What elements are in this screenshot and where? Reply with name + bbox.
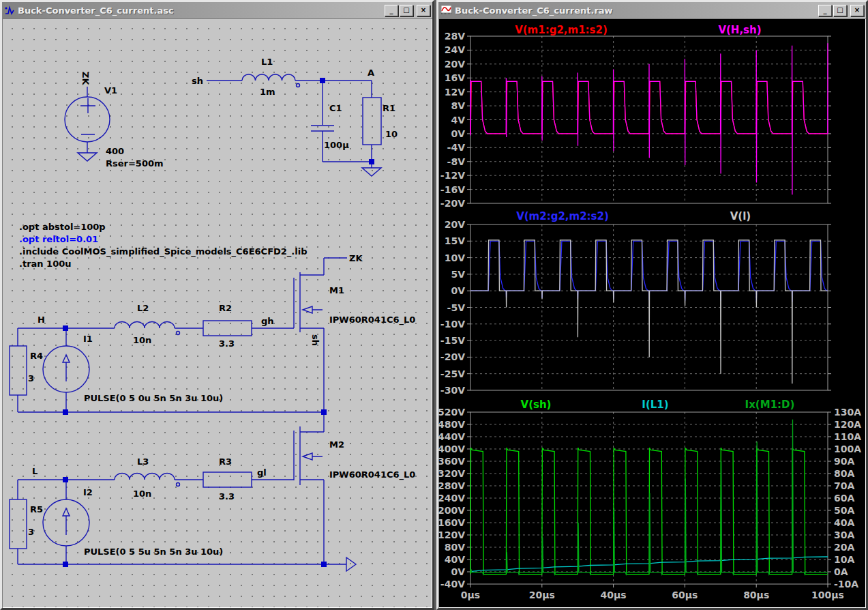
spice-directive[interactable]: .tran 100u — [19, 259, 72, 269]
y-right-tick-label: 90A — [834, 456, 854, 467]
legend-V(l)[interactable]: V(l) — [730, 210, 751, 222]
lower-driver-loop[interactable]: L R5 3 I2 PULSE(0 5 5u 5n 5n 3u 10u) L3 … — [10, 456, 356, 571]
component-label: I1 — [83, 334, 93, 344]
waveform-plots[interactable]: 28V24V20V16V12V8V4V0V-4V-8V-12V-16V-20VV… — [438, 18, 866, 608]
resistor-symbol-r4[interactable] — [10, 346, 27, 395]
component-model: IPW60R041C6_L0 — [329, 469, 415, 480]
component-value: PULSE(0 5 5u 5n 5n 3u 10u) — [84, 547, 223, 557]
component-m2[interactable]: M2 IPW60R041C6_L0 gl — [252, 426, 415, 564]
y-tick-label: 8V — [451, 100, 465, 111]
y-tick-label: 440V — [438, 431, 465, 442]
component-model: IPW60R041C6_L0 — [329, 315, 415, 325]
component-value: 100µ — [324, 140, 349, 150]
legend-V(m2:g2,m2:s2)[interactable]: V(m2:g2,m2:s2) — [516, 210, 609, 222]
y-tick-label: -15V — [440, 335, 465, 346]
net-label-gl: gl — [257, 467, 267, 478]
resistor-symbol[interactable] — [363, 98, 381, 145]
component-m1[interactable]: ZK M1 IPW60R041C6_L0 sh — [294, 253, 415, 432]
wire[interactable] — [252, 480, 324, 564]
component-label: M2 — [329, 439, 344, 450]
minimize-button[interactable]: _ — [818, 5, 832, 16]
inductor-symbol-l2[interactable] — [115, 322, 175, 329]
legend-I(L1)[interactable]: I(L1) — [642, 398, 668, 411]
upper-driver-loop[interactable]: H R4 3 I1 PULSE(0 5 0u 5n 5n 3u 10u) L2 … — [10, 303, 324, 412]
y-tick-label: 40V — [445, 554, 465, 565]
component-label: L3 — [137, 456, 149, 467]
maximize-button[interactable]: □ — [833, 5, 847, 16]
nmos-symbol[interactable] — [294, 426, 324, 485]
resistor-symbol-r2[interactable] — [203, 321, 252, 336]
waveform-titlebar[interactable]: Buck-Converter_C6_current.raw _ □ × — [438, 2, 866, 18]
resistor-symbol-r3[interactable] — [203, 472, 252, 487]
close-button[interactable]: × — [850, 5, 864, 16]
ground-arrow-icon[interactable] — [346, 557, 356, 571]
net-label-gh: gh — [261, 316, 274, 326]
y-tick-label: 480V — [438, 419, 465, 430]
plot-pane-middle[interactable]: 20V15V10V5V0V-5V-10V-15V-20V-25V-30VV(m2… — [440, 210, 831, 396]
close-button[interactable]: × — [417, 5, 430, 16]
spice-directives[interactable]: .opt abstol=100p .opt reltol=0.01 .inclu… — [19, 222, 308, 269]
component-label: R2 — [219, 303, 232, 313]
y-tick-label: -16V — [440, 184, 465, 195]
component-label: R4 — [30, 351, 43, 361]
net-label-h: H — [38, 315, 45, 325]
ground-icon[interactable] — [78, 153, 97, 161]
plus-minus-icon — [80, 98, 95, 134]
y-tick-label: -4V — [447, 142, 466, 153]
legend-Ix(M1:D)[interactable]: Ix(M1:D) — [745, 398, 795, 411]
nmos-symbol[interactable] — [294, 272, 324, 332]
current-arrow-icon — [63, 508, 70, 535]
y-tick-label: 80V — [445, 542, 465, 553]
legend-V(H,sh)[interactable]: V(H,sh) — [718, 24, 761, 36]
y-right-tick-label: 110A — [834, 431, 861, 442]
component-label: M1 — [329, 285, 344, 295]
component-v1[interactable]: ZK V1 400 Rser=500m — [65, 72, 164, 169]
component-value: 400 — [106, 146, 124, 156]
y-tick-label: 280V — [438, 480, 465, 491]
wire[interactable] — [324, 258, 347, 432]
component-value: 3.3 — [219, 491, 235, 502]
voltage-source-symbol[interactable] — [65, 97, 110, 142]
resistor-symbol-r5[interactable] — [10, 499, 27, 549]
component-label: L1 — [261, 57, 273, 67]
inductor-symbol-l3[interactable] — [115, 474, 175, 480]
x-tick-label: 60µs — [672, 590, 698, 600]
minimize-button[interactable]: _ — [385, 5, 398, 16]
net-label-a: A — [368, 68, 374, 78]
y-right-tick-label: 50A — [834, 505, 854, 516]
schematic-drawing[interactable]: ZK V1 400 Rser=500m sh L1 1m A C1 100µ — [2, 18, 432, 608]
schematic-titlebar[interactable]: Buck-Converter_C6_current.asc _ □ × — [2, 2, 432, 18]
y-tick-label: 10V — [445, 252, 465, 263]
plot-pane-bottom[interactable]: 520V480V440V400V360V320V280V240V200V160V… — [438, 398, 861, 600]
waveform-viewer[interactable]: 28V24V20V16V12V8V4V0V-4V-8V-12V-16V-20VV… — [438, 18, 866, 608]
plot-pane-top[interactable]: 28V24V20V16V12V8V4V0V-4V-8V-12V-16V-20VV… — [440, 24, 831, 209]
legend-V(m1:g2,m1:s2)[interactable]: V(m1:g2,m1:s2) — [515, 24, 608, 36]
net-label-zk: ZK — [80, 72, 91, 85]
capacitor-symbol[interactable] — [311, 126, 334, 131]
component-label: R5 — [30, 504, 43, 514]
component-label: R3 — [219, 456, 232, 467]
window-title: Buck-Converter_C6_current.raw — [455, 5, 815, 16]
y-tick-label: 0V — [451, 128, 465, 139]
net-label-l: L — [32, 466, 38, 476]
inductor-symbol[interactable] — [242, 74, 295, 81]
maximize-button[interactable]: □ — [400, 5, 413, 16]
window-title: Buck-Converter_C6_current.asc — [18, 5, 382, 16]
y-tick-label: 160V — [438, 517, 465, 528]
window-controls: _ □ × — [818, 5, 864, 16]
spice-directive[interactable]: .opt reltol=0.01 — [19, 234, 98, 244]
schematic-canvas[interactable]: ZK V1 400 Rser=500m sh L1 1m A C1 100µ — [2, 18, 432, 608]
component-rser: Rser=500m — [106, 158, 164, 169]
ground-icon[interactable] — [362, 168, 381, 176]
y-right-tick-label: 20A — [834, 542, 854, 553]
ltspice-schematic-icon — [4, 5, 15, 16]
component-l1[interactable]: sh L1 1m A — [192, 57, 374, 97]
y-tick-label: 400V — [438, 444, 465, 454]
component-value: 1m — [260, 87, 275, 97]
y-tick-label: 0V — [451, 566, 465, 577]
spice-directive[interactable]: .opt abstol=100p — [19, 222, 106, 232]
legend-V(sh)[interactable]: V(sh) — [521, 398, 552, 411]
y-tick-label: 360V — [438, 456, 465, 467]
spice-directive[interactable]: .include CoolMOS_simplified_Spice_models… — [19, 246, 308, 257]
y-tick-label: -20V — [440, 198, 465, 209]
